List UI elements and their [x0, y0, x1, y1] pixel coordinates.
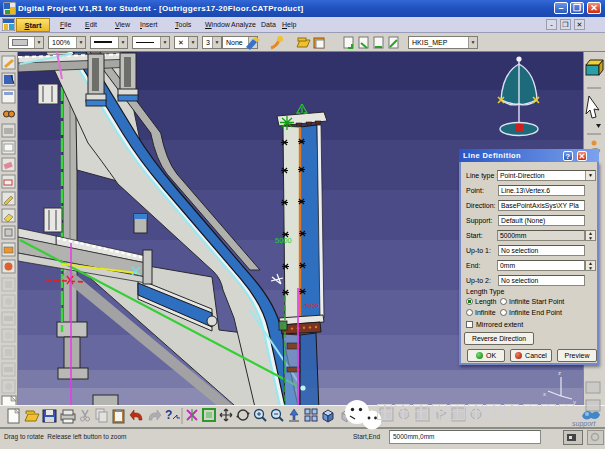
svg-text:-5000: -5000 — [303, 303, 319, 309]
svg-text:5000: 5000 — [275, 236, 292, 245]
svg-text:support: support — [572, 420, 596, 428]
svg-text:z: z — [558, 370, 561, 376]
svg-text:?: ? — [165, 408, 172, 422]
svg-text:x: x — [543, 391, 546, 397]
